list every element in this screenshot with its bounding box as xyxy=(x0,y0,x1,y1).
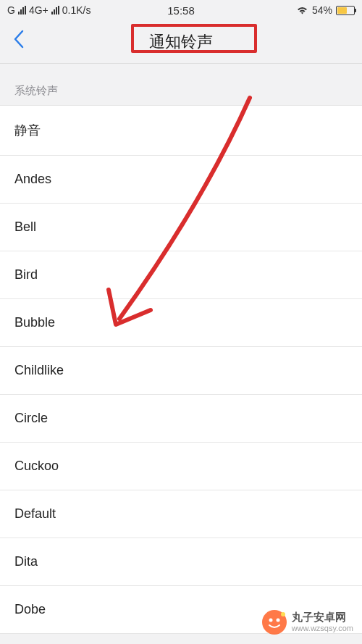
list-item[interactable]: Childlike xyxy=(0,347,362,395)
battery-pct: 54% xyxy=(312,4,332,16)
carrier-label: G xyxy=(7,4,15,16)
section-header: 系统铃声 xyxy=(0,64,362,105)
list-item[interactable]: Cuckoo xyxy=(0,443,362,490)
watermark-name: 丸子安卓网 xyxy=(292,611,353,624)
svg-point-3 xyxy=(281,612,285,616)
status-bar: G 4G+ 0.1K/s 15:58 54% xyxy=(0,0,362,20)
list-item[interactable]: Dita xyxy=(0,538,362,586)
back-button[interactable] xyxy=(13,30,24,54)
signal-bars-2-icon xyxy=(51,6,59,14)
page-title: 通知铃声 xyxy=(149,31,213,53)
list-item[interactable]: Bell xyxy=(0,204,362,251)
watermark-url: www.wzsqsy.com xyxy=(292,624,353,633)
watermark: 丸子安卓网 www.wzsqsy.com xyxy=(261,609,353,635)
list-item[interactable]: Default xyxy=(0,490,362,538)
list-item[interactable]: Bird xyxy=(0,251,362,299)
network-label: 4G+ xyxy=(29,4,49,16)
list-item[interactable]: 静音 xyxy=(0,105,362,156)
signal-bars-icon xyxy=(18,6,26,14)
svg-point-1 xyxy=(269,619,272,622)
list-item[interactable]: Circle xyxy=(0,395,362,443)
battery-icon xyxy=(336,6,355,15)
header: 通知铃声 xyxy=(0,20,362,64)
list-item[interactable]: Andes xyxy=(0,156,362,204)
wifi-icon xyxy=(296,6,308,15)
list-item[interactable]: Bubble xyxy=(0,299,362,347)
svg-point-2 xyxy=(276,619,279,622)
status-time: 15:58 xyxy=(167,4,195,17)
status-right: 54% xyxy=(296,4,355,16)
speed-label: 0.1K/s xyxy=(62,4,91,16)
status-left: G 4G+ 0.1K/s xyxy=(7,4,90,16)
watermark-logo-icon xyxy=(261,609,287,635)
ringtone-list: 静音 Andes Bell Bird Bubble Childlike Circ… xyxy=(0,105,362,634)
